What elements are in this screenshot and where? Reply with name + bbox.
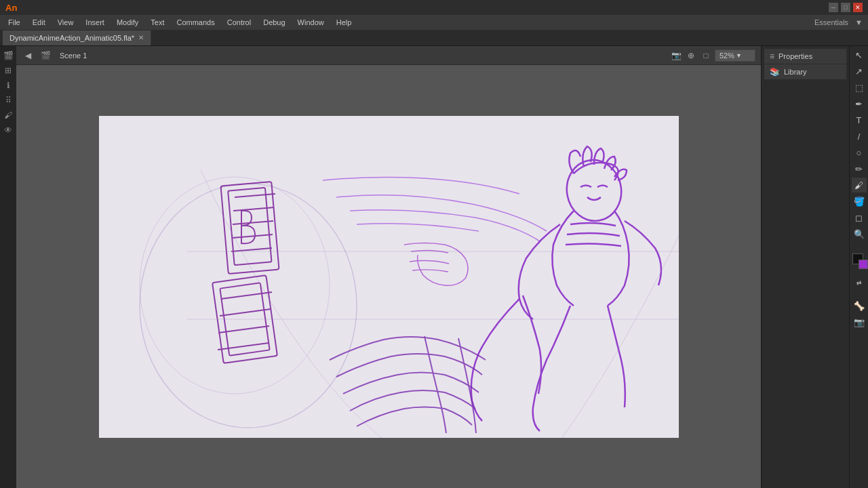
workspace-dropdown-icon[interactable]: ▼ — [855, 18, 865, 26]
bone-tool[interactable]: 🦴 — [852, 298, 867, 313]
camera-stage[interactable]: 📷 — [852, 314, 867, 329]
app-icon: An — [5, 3, 17, 13]
panel-icon-brush[interactable]: 🖌 — [1, 108, 15, 122]
menu-modify[interactable]: Modify — [111, 17, 144, 28]
color-swatches[interactable] — [852, 253, 866, 267]
properties-icon: ≡ — [770, 52, 774, 61]
workspace-label[interactable]: Essentials — [814, 18, 854, 26]
menu-text[interactable]: Text — [145, 17, 170, 28]
background-color[interactable] — [859, 260, 868, 269]
subselect-tool[interactable]: ↗ — [852, 64, 867, 79]
stage-canvas — [99, 116, 679, 438]
center-area: ◀ 🎬 Scene 1 📷 ⊕ □ 52% ▼ — [16, 46, 761, 488]
view-icon[interactable]: □ — [700, 49, 712, 62]
select-tool[interactable]: ↖ — [852, 47, 867, 62]
properties-tab[interactable]: ≡ Properties — [764, 49, 846, 64]
zoom-control: 📷 ⊕ □ 52% ▼ — [670, 49, 755, 62]
right-panel-tabs: ≡ Properties 📚 Library — [762, 46, 849, 82]
menu-insert[interactable]: Insert — [80, 17, 110, 28]
camera-icon[interactable]: 📷 — [670, 49, 682, 62]
line-tool[interactable]: / — [852, 129, 867, 144]
menu-file[interactable]: File — [3, 17, 26, 28]
minimize-button[interactable]: ─ — [829, 3, 838, 12]
brush-tool[interactable]: 🖌 — [852, 178, 867, 192]
menu-bar: File Edit View Insert Modify Text Comman… — [0, 15, 868, 30]
maximize-button[interactable]: □ — [841, 3, 850, 12]
title-bar: An ─ □ ✕ — [0, 0, 868, 15]
scene-label: Scene 1 — [60, 52, 87, 60]
right-panel: ≡ Properties 📚 Library — [761, 46, 849, 488]
menu-edit[interactable]: Edit — [27, 17, 51, 28]
paint-bucket-tool[interactable]: 🪣 — [852, 194, 867, 209]
panel-icon-camera[interactable]: 🎬 — [1, 49, 15, 62]
menu-help[interactable]: Help — [331, 17, 357, 28]
zoom-tool[interactable]: 🔍 — [852, 226, 867, 241]
swap-colors[interactable]: ⇄ — [852, 275, 867, 290]
stage-toolbar: ◀ 🎬 Scene 1 📷 ⊕ □ 52% ▼ — [16, 46, 761, 65]
back-button[interactable]: ◀ — [22, 49, 34, 62]
panel-icon-dots[interactable]: ⠿ — [1, 94, 15, 107]
pencil-tool[interactable]: ✏ — [852, 161, 867, 176]
close-button[interactable]: ✕ — [853, 3, 863, 12]
menu-view[interactable]: View — [52, 17, 79, 28]
menu-commands[interactable]: Commands — [171, 17, 220, 28]
library-icon: 📚 — [770, 67, 780, 77]
drawing-svg — [99, 116, 679, 438]
zoom-value: 52% — [719, 52, 734, 60]
panel-icon-info[interactable]: ℹ — [1, 79, 15, 92]
panel-icon-eye[interactable]: 👁 — [1, 123, 15, 137]
pen-tool[interactable]: ✒ — [852, 96, 867, 111]
free-transform-tool[interactable]: ⬚ — [852, 80, 867, 95]
canvas-area — [16, 65, 761, 488]
file-tab[interactable]: DynamicAnimeAction_Animatic05.fla* ✕ — [3, 30, 151, 45]
zoom-dropdown-icon[interactable]: ▼ — [736, 52, 742, 59]
scene-icon: 🎬 — [39, 49, 52, 62]
file-tab-close[interactable]: ✕ — [138, 34, 144, 41]
main-layout: 🎬 ⊞ ℹ ⠿ 🖌 👁 ◀ 🎬 Scene 1 📷 ⊕ □ 52% ▼ — [0, 46, 868, 488]
library-label: Library — [784, 68, 807, 76]
menu-window[interactable]: Window — [292, 17, 330, 28]
file-tab-label: DynamicAnimeAction_Animatic05.fla* — [9, 34, 134, 42]
menu-control[interactable]: Control — [222, 17, 256, 28]
right-icon-strip: ↖ ↗ ⬚ ✒ T / ○ ✏ 🖌 🪣 ◻ 🔍 ⇄ 🦴 📷 — [849, 46, 868, 488]
panel-icon-column: 🎬 ⊞ ℹ ⠿ 🖌 👁 — [0, 46, 16, 488]
menu-debug[interactable]: Debug — [258, 17, 290, 28]
tab-bar: DynamicAnimeAction_Animatic05.fla* ✕ — [0, 30, 868, 46]
zoom-input[interactable]: 52% ▼ — [715, 49, 755, 62]
eraser-tool[interactable]: ◻ — [852, 210, 867, 225]
shape-tool[interactable]: ○ — [852, 145, 867, 160]
text-tool[interactable]: T — [852, 113, 867, 127]
panel-icon-grid[interactable]: ⊞ — [1, 64, 15, 77]
properties-label: Properties — [778, 52, 812, 60]
snap-icon[interactable]: ⊕ — [685, 49, 697, 62]
library-tab[interactable]: 📚 Library — [764, 64, 846, 79]
